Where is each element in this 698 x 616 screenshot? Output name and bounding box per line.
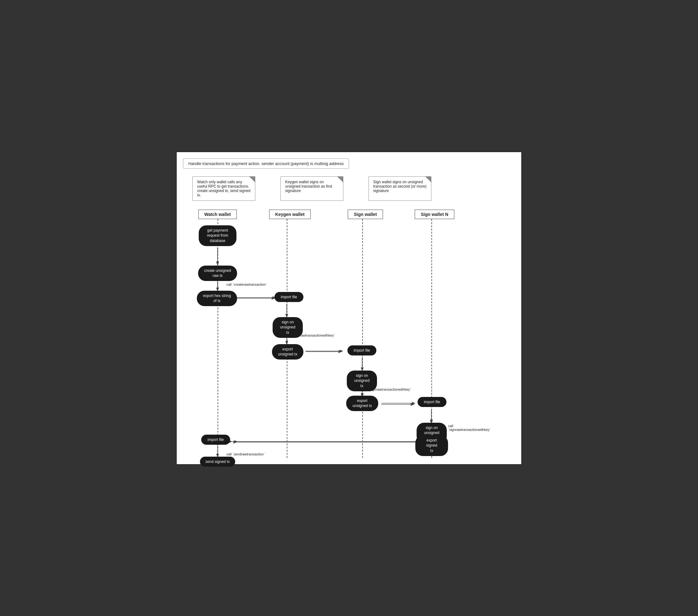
- node-send-signed: send signed tx: [200, 457, 235, 467]
- lane-header-keygen: Keygen wallet: [269, 210, 310, 219]
- header-title: Handle transactions for payment action. …: [189, 161, 344, 166]
- node-create-unsigned: create unsignedraw tx: [198, 266, 237, 281]
- node-import-file-signN: import file: [418, 397, 446, 407]
- note-text-1: Watch only wallet calls any useful RPC t…: [197, 180, 250, 197]
- notes-row: Watch only wallet calls any useful RPC t…: [192, 176, 515, 201]
- main-arrows: [183, 219, 515, 458]
- node-export-hex: export hex stringof tx: [197, 291, 237, 306]
- node-import-file-sign: import file: [347, 345, 376, 356]
- arrows-svg: [183, 219, 515, 458]
- call-label-createraw: call `createrawtransaction`: [226, 283, 267, 286]
- lane-header-signN: Sign wallet N: [415, 210, 454, 219]
- call-label-sendraw: call `sendrawtransaction`: [226, 452, 265, 456]
- bottom-arrows: [183, 219, 515, 458]
- call-label-sign1: call`signrawtransactionwithkey`: [292, 330, 335, 337]
- header-banner: Handle transactions for payment action. …: [183, 158, 349, 169]
- node-export-unsigned-sign: exportunsigned tx: [346, 396, 378, 411]
- note-card-1: Watch only wallet calls any useful RPC t…: [192, 176, 255, 201]
- node-get-payment: get payment request from database: [199, 225, 236, 246]
- call-label-sign2: call`signrawtransactionwithkey`: [368, 384, 411, 391]
- note-card-2: Keygen wallet signs on unsigned transact…: [280, 176, 343, 201]
- note-text-3: Sign wallet signs on unsigned transactio…: [373, 180, 426, 193]
- node-import-file-watch: import file: [201, 435, 230, 445]
- diagram-container: Handle transactions for payment action. …: [176, 152, 522, 465]
- node-export-unsigned-keygen: exportunsigned tx: [272, 344, 303, 360]
- note-card-3: Sign wallet signs on unsigned transactio…: [368, 176, 431, 201]
- lane-header-sign: Sign wallet: [348, 210, 383, 219]
- note-text-2: Keygen wallet signs on unsigned transact…: [285, 180, 332, 193]
- diagram-body: get payment request from database create…: [183, 219, 515, 458]
- call-label-sign3: call`signrawtransactionwithkey`: [448, 424, 491, 431]
- lane-header-watch: Watch wallet: [198, 210, 237, 219]
- node-export-signed: export signedtx: [415, 435, 448, 456]
- node-import-file-keygen: import file: [275, 292, 303, 302]
